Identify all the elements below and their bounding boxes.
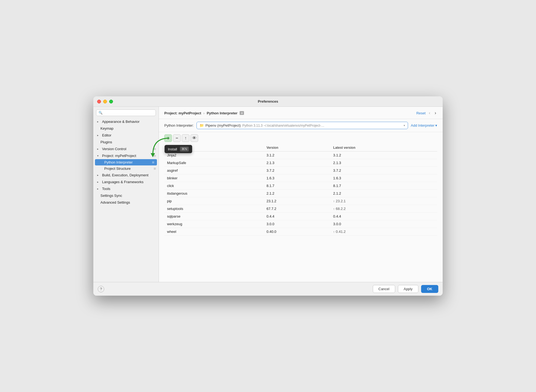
tooltip-shortcut: ⌘N	[180, 147, 189, 152]
col-latest: Latest version	[330, 144, 437, 152]
package-latest: 2.1.2	[330, 190, 437, 197]
search-wrapper[interactable]: 🔍	[96, 109, 156, 116]
chevron-icon: ▾	[97, 154, 100, 157]
search-input[interactable]	[104, 111, 153, 115]
table-row[interactable]: blinker1.6.31.6.3	[164, 174, 437, 182]
plus-icon: +	[167, 136, 170, 141]
table-row[interactable]: werkzeug3.0.03.0.0	[164, 220, 437, 228]
packages-body: Jinja23.1.23.1.2MarkupSafe2.1.32.1.3asgi…	[164, 152, 437, 236]
package-latest: 3.1.2	[330, 152, 437, 159]
sidebar-item-project[interactable]: ▾ Project: myPetProject ⊞	[93, 152, 159, 159]
forward-arrow[interactable]: ›	[434, 110, 437, 116]
tooltip-label: Install	[168, 147, 177, 151]
close-button[interactable]	[97, 100, 101, 103]
add-package-button[interactable]: + Install ⌘N	[164, 134, 172, 142]
chevron-icon: ▸	[97, 120, 100, 123]
upgrade-package-button[interactable]: ↑	[182, 134, 189, 142]
sidebar-item-label: Settings Sync	[100, 194, 122, 198]
table-row[interactable]: click8.1.78.1.7	[164, 182, 437, 190]
install-tooltip: Install ⌘N	[165, 145, 192, 153]
package-name: pip	[164, 197, 264, 205]
table-header: Package Version Latest version	[164, 144, 437, 152]
interpreter-name: Pipenv (myPetProject)	[206, 123, 241, 127]
package-latest: 2.1.3	[330, 159, 437, 167]
table-row[interactable]: wheel0.40.0↑ 0.41.2	[164, 228, 437, 236]
sidebar-item-label: Editor	[102, 133, 111, 137]
titlebar: Preferences	[93, 96, 443, 107]
sidebar-item-version-control[interactable]: ▸ Version Control ⊞	[93, 145, 159, 152]
breadcrumb-bar: Project: myPetProject › Python Interpret…	[159, 107, 443, 119]
eye-button[interactable]: 👁	[190, 134, 198, 142]
sidebar-item-label: Languages & Frameworks	[102, 180, 144, 184]
sidebar-item-languages[interactable]: ▸ Languages & Frameworks	[93, 179, 159, 185]
sidebar-item-python-interpreter[interactable]: Python Interpreter ⊞	[95, 159, 157, 165]
package-latest: ↑ 23.2.1	[330, 197, 437, 205]
breadcrumb-separator: ›	[203, 111, 204, 115]
packages-table: Package Version Latest version Jinja23.1…	[159, 144, 443, 282]
table-row[interactable]: MarkupSafe2.1.32.1.3	[164, 159, 437, 167]
back-arrow[interactable]: ‹	[428, 110, 431, 116]
sidebar-item-build[interactable]: ▸ Build, Execution, Deployment	[93, 172, 159, 179]
table-row[interactable]: Jinja23.1.23.1.2	[164, 152, 437, 159]
sidebar-item-tools[interactable]: ▸ Tools	[93, 185, 159, 192]
package-latest: 3.0.0	[330, 220, 437, 228]
sidebar-item-editor[interactable]: ▸ Editor	[93, 132, 159, 139]
package-name: blinker	[164, 174, 264, 182]
interpreter-label: Python Interpreter:	[164, 123, 194, 127]
package-version: 2.1.2	[264, 190, 330, 197]
sidebar-item-project-structure[interactable]: Project Structure ⊞	[93, 165, 159, 172]
breadcrumb: Project: myPetProject › Python Interpret…	[164, 111, 244, 115]
package-name: wheel	[164, 228, 264, 236]
reset-link[interactable]: Reset	[416, 111, 425, 115]
add-chevron-icon: ▾	[435, 123, 437, 127]
ok-button[interactable]: OK	[421, 285, 439, 293]
sidebar-item-label: Project: myPetProject	[102, 154, 136, 158]
table-row[interactable]: setuptools67.7.2↑ 68.2.2	[164, 205, 437, 213]
packages-list: Package Version Latest version Jinja23.1…	[164, 144, 437, 236]
package-name: sqlparse	[164, 213, 264, 220]
sidebar-item-keymap[interactable]: Keymap	[93, 125, 159, 132]
sidebar-item-advanced[interactable]: Advanced Settings	[93, 199, 159, 206]
package-version: 3.0.0	[264, 220, 330, 228]
window-title: Preferences	[258, 99, 278, 103]
breadcrumb-page: Python Interpreter	[207, 111, 237, 115]
maximize-button[interactable]	[109, 100, 113, 103]
interpreter-dropdown[interactable]: 📁 Pipenv (myPetProject) Python 3.11.3 ~/…	[196, 122, 408, 129]
chevron-icon: ▸	[97, 147, 100, 150]
table-row[interactable]: itsdangerous2.1.22.1.2	[164, 190, 437, 197]
package-latest: 0.4.4	[330, 213, 437, 220]
preferences-window: Preferences 🔍 ▸ Appearance & Behavior Ke…	[93, 96, 443, 296]
search-bar: 🔍	[93, 107, 159, 118]
chevron-icon: ▸	[97, 187, 100, 190]
minus-icon: −	[175, 136, 178, 141]
interpreter-icon: 📁	[199, 123, 204, 127]
action-buttons: Cancel Apply OK	[373, 285, 439, 293]
sidebar-item-label: Project Structure	[104, 167, 131, 171]
main-content: 🔍 ▸ Appearance & Behavior Keymap ▸ Edito…	[93, 107, 443, 282]
package-version: 8.1.7	[264, 182, 330, 190]
packages-area: + Install ⌘N − ↑ 👁	[159, 132, 443, 282]
package-version: 2.1.3	[264, 159, 330, 167]
eye-icon: 👁	[192, 136, 196, 141]
chevron-icon: ▸	[97, 174, 100, 177]
chevron-icon: ▸	[97, 180, 100, 183]
package-name: MarkupSafe	[164, 159, 264, 167]
sidebar-item-plugins[interactable]: Plugins	[93, 139, 159, 145]
table-row[interactable]: pip23.1.2↑ 23.2.1	[164, 197, 437, 205]
upgrade-arrow-icon: ↑	[333, 200, 335, 203]
sidebar-item-settings-sync[interactable]: Settings Sync	[93, 192, 159, 199]
package-version: 0.40.0	[264, 228, 330, 236]
upgrade-version: ↑ 68.2.2	[333, 207, 434, 211]
minimize-button[interactable]	[103, 100, 107, 103]
remove-package-button[interactable]: −	[173, 134, 181, 142]
add-interpreter-button[interactable]: Add Interpreter ▾	[411, 123, 437, 127]
cancel-button[interactable]: Cancel	[373, 285, 395, 293]
bottom-bar: ? Cancel Apply OK	[93, 282, 443, 296]
help-button[interactable]: ?	[98, 286, 104, 292]
table-row[interactable]: asgiref3.7.23.7.2	[164, 167, 437, 174]
table-row[interactable]: sqlparse0.4.40.4.4	[164, 213, 437, 220]
package-name: werkzeug	[164, 220, 264, 228]
sidebar-item-appearance[interactable]: ▸ Appearance & Behavior	[93, 118, 159, 125]
apply-button[interactable]: Apply	[398, 285, 418, 293]
package-version: 0.4.4	[264, 213, 330, 220]
